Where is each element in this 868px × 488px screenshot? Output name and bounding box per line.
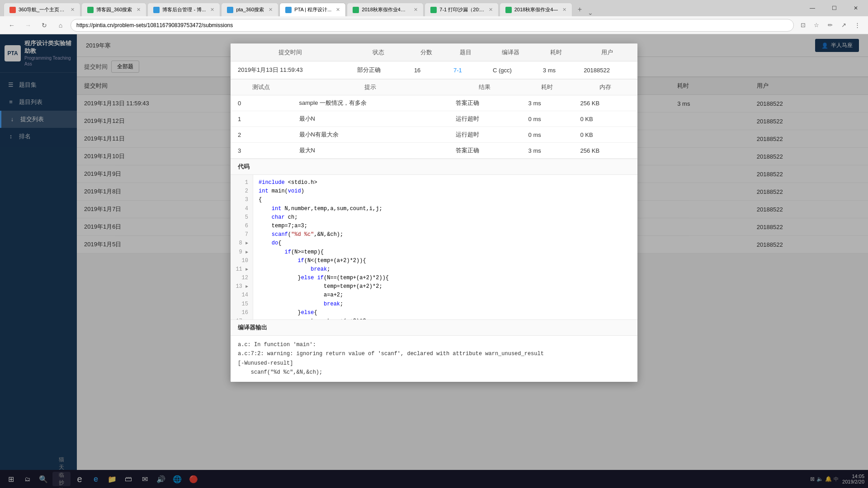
tab-favicon-pta-search — [227, 7, 233, 13]
line-num-15: 15 — [231, 300, 253, 309]
home-button[interactable]: ⌂ — [54, 19, 67, 32]
modal-submission-status: 部分正确 — [350, 61, 407, 79]
tab-favicon-print — [430, 7, 437, 13]
tab-print[interactable]: 7-1 打印沙漏（20:... ✕ — [425, 3, 498, 16]
line-num-4: 4 — [231, 205, 253, 213]
test-col-memory: 内存 — [573, 80, 637, 95]
compiler-output-text: a.c: In function 'main': a.c:7:2: warnin… — [231, 336, 637, 382]
tab-close-pta-active[interactable]: ✕ — [336, 7, 340, 13]
tab-label-pta-search: pta_360搜索 — [236, 6, 264, 13]
code-line-3: { — [259, 196, 632, 204]
test-col-hint: 提示 — [292, 80, 449, 95]
tab-close-hw2018-1[interactable]: ✕ — [414, 7, 418, 13]
test-memory: 256 KB — [573, 95, 637, 111]
tab-close-cnblogs[interactable]: ✕ — [137, 7, 141, 13]
tab-blog-admin[interactable]: 博客后台管理 - 博... ✕ — [147, 3, 220, 16]
tab-close-360nav[interactable]: ✕ — [71, 7, 75, 13]
cast-icon[interactable]: ⊡ — [797, 20, 808, 31]
problem-link[interactable]: 7-1 — [453, 67, 462, 74]
modal-submission-time: 2019年1月13日 11:59:43 — [231, 61, 350, 79]
bookmark-icon[interactable]: ☆ — [811, 20, 822, 31]
code-editor[interactable]: 12345678 ►9 ►1011 ►1213 ►14151617 ►18192… — [231, 175, 637, 319]
tab-close-print[interactable]: ✕ — [489, 7, 493, 13]
modal-col-time: 提交时间 — [231, 44, 350, 61]
tab-cnblogs[interactable]: 博客园_360搜索 ✕ — [81, 3, 146, 16]
test-point: 3 — [231, 143, 292, 159]
test-time: 0 ms — [521, 111, 573, 127]
code-line-7: scanf("%d %c",&N,&ch); — [259, 230, 632, 239]
test-point: 2 — [231, 127, 292, 143]
test-row: 0 sample 一般情况，有多余 答案正确 3 ms 256 KB — [231, 95, 637, 111]
line-num-17: 17 ► — [231, 317, 253, 319]
test-tbody: 0 sample 一般情况，有多余 答案正确 3 ms 256 KB 1 最小N… — [231, 95, 637, 159]
test-memory: 0 KB — [573, 127, 637, 143]
test-point: 0 — [231, 95, 292, 111]
refresh-button[interactable]: ↻ — [38, 19, 51, 32]
tab-label-cnblogs: 博客园_360搜索 — [96, 6, 132, 13]
test-memory: 0 KB — [573, 111, 637, 127]
minimize-button[interactable]: — — [802, 0, 823, 16]
tab-hw2018-1[interactable]: 2018秋寒假作业4—... ✕ — [347, 3, 424, 16]
line-num-3: 3 — [231, 196, 253, 204]
tab-pta-active[interactable]: PTA | 程序设计... ✕ — [279, 3, 346, 16]
tab-close-blog-admin[interactable]: ✕ — [210, 7, 214, 13]
annotate-icon[interactable]: ✏ — [825, 20, 835, 31]
new-tab-button[interactable]: + — [573, 3, 586, 16]
modal-col-problem: 题目 — [446, 44, 486, 61]
code-section: 代码 12345678 ►9 ►1011 ►1213 ►14151617 ►18… — [231, 159, 637, 319]
tab-hw2018-2[interactable]: 2018秋寒假作业4— ✕ — [500, 3, 573, 16]
test-col-point: 测试点 — [231, 80, 292, 95]
code-section-label: 代码 — [238, 163, 250, 171]
back-button[interactable]: ← — [5, 19, 18, 32]
tab-label-360nav: 360导航_一个主页，... — [19, 6, 66, 13]
test-col-time: 耗时 — [521, 80, 573, 95]
line-num-14: 14 — [231, 291, 253, 300]
code-line-14: temp=temp+(a+2)*2; — [259, 282, 632, 291]
test-points-table: 测试点 提示 结果 耗时 内存 0 sample 一般情况，有多余 答案正确 3… — [231, 79, 637, 159]
code-line-8: do{ — [259, 239, 632, 248]
tab-label-pta-active: PTA | 程序设计... — [294, 6, 331, 13]
modal-overlay[interactable]: 提交时间 状态 分数 题目 编译器 耗时 用户 2019年1月13日 11:59… — [0, 34, 868, 488]
compiler-section: 编译器输出 a.c: In function 'main': a.c:7:2: … — [231, 319, 637, 382]
code-body: #include <stdio.h>int main(void){ int N,… — [253, 175, 637, 319]
tab-label-blog-admin: 博客后台管理 - 博... — [162, 6, 206, 13]
test-result: 答案正确 — [448, 95, 521, 111]
test-memory: 256 KB — [573, 143, 637, 159]
code-line-4: int N,number,temp,a,sum,count,i,j; — [259, 205, 632, 213]
test-row: 2 最小N有最大余 运行超时 0 ms 0 KB — [231, 127, 637, 143]
modal-col-timems: 耗时 — [536, 44, 576, 61]
code-line-11: if(N<(temp+(a+2)*2)){ — [259, 257, 632, 265]
test-hint: 最小N — [292, 111, 449, 127]
code-line-2: int main(void) — [259, 187, 632, 196]
address-bar: ← → ↻ ⌂ ⊡ ☆ ✏ ↗ ⋮ — [0, 16, 868, 34]
tab-pta-search[interactable]: pta_360搜索 ✕ — [221, 3, 278, 16]
modal-submission-problem: 7-1 — [446, 61, 486, 79]
line-num-5: 5 — [231, 213, 253, 222]
line-num-2: 2 — [231, 187, 253, 196]
tab-close-hw2018-2[interactable]: ✕ — [562, 7, 566, 13]
modal-col-compiler: 编译器 — [486, 44, 536, 61]
tab-label-print: 7-1 打印沙漏（20:... — [439, 6, 484, 13]
menu-icon[interactable]: ⋮ — [852, 20, 863, 31]
line-num-12: 12 — [231, 274, 253, 282]
line-num-8: 8 ► — [231, 239, 253, 248]
share-icon[interactable]: ↗ — [838, 20, 849, 31]
tab-360nav[interactable]: 360导航_一个主页，... ✕ — [4, 3, 80, 16]
code-line-16: break; — [259, 300, 632, 309]
test-time: 0 ms — [521, 127, 573, 143]
tab-favicon-hw2018-1 — [353, 7, 359, 13]
line-num-10: 10 — [231, 257, 253, 265]
tab-favicon-blog-admin — [153, 7, 160, 13]
modal-submission-compiler: C (gcc) — [486, 61, 536, 79]
test-row: 3 最大N 答案正确 3 ms 256 KB — [231, 143, 637, 159]
maximize-button[interactable]: ☐ — [824, 0, 844, 16]
line-num-6: 6 — [231, 222, 253, 230]
address-input[interactable] — [71, 19, 794, 32]
tab-close-pta-search[interactable]: ✕ — [269, 7, 273, 13]
forward-button[interactable]: → — [22, 19, 34, 32]
tab-list-button[interactable]: ⌄ — [588, 9, 593, 16]
line-num-11: 11 ► — [231, 265, 253, 274]
line-num-13: 13 ► — [231, 282, 253, 291]
modal-submission-time-ms: 3 ms — [536, 61, 576, 79]
close-button[interactable]: ✕ — [845, 0, 866, 16]
